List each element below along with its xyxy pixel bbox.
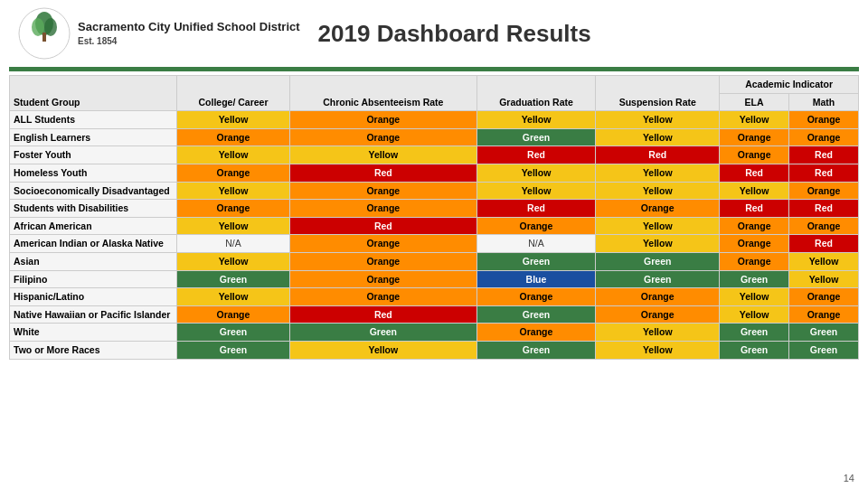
table-body: ALL StudentsYellowOrangeYellowYellowYell… [10, 111, 859, 359]
cell-graduation-rate: Orange [476, 288, 596, 306]
cell-suspension-rate: Yellow [596, 341, 720, 359]
cell-college-career: Yellow [177, 217, 290, 235]
cell-graduation-rate: Yellow [476, 164, 596, 182]
student-group-cell: Hispanic/Latino [10, 288, 177, 306]
cell-math: Orange [789, 217, 859, 235]
col-header-student-group: Student Group [10, 76, 177, 111]
cell-college-career: Orange [177, 200, 290, 218]
cell-math: Orange [789, 111, 859, 129]
student-group-cell: African American [10, 217, 177, 235]
cell-college-career: Yellow [177, 111, 290, 129]
cell-suspension-rate: Orange [596, 200, 720, 218]
col-header-ela: ELA [720, 93, 789, 111]
cell-graduation-rate: Green [476, 305, 596, 324]
dashboard-table: Student Group College/ Career Chronic Ab… [9, 75, 859, 360]
svg-point-2 [32, 18, 44, 36]
cell-suspension-rate: Yellow [596, 324, 720, 342]
cell-suspension-rate: Orange [596, 305, 720, 324]
cell-college-career: Green [177, 324, 290, 342]
cell-graduation-rate: Red [476, 146, 596, 164]
table-row: Native Hawaiian or Pacific IslanderOrang… [10, 305, 859, 324]
cell-college-career: Green [177, 270, 290, 288]
cell-suspension-rate: Orange [596, 288, 720, 306]
col-header-math: Math [789, 93, 859, 111]
cell-graduation-rate: Green [476, 128, 596, 146]
cell-suspension-rate: Green [596, 270, 720, 288]
cell-chronic-absenteeism: Orange [290, 288, 477, 306]
cell-math: Yellow [789, 270, 859, 288]
cell-college-career: Green [177, 341, 290, 359]
cell-chronic-absenteeism: Orange [290, 128, 477, 146]
table-row: FilipinoGreenOrangeBlueGreenGreenYellow [10, 270, 859, 288]
student-group-cell: Native Hawaiian or Pacific Islander [10, 305, 177, 324]
cell-math: Yellow [789, 252, 859, 270]
student-group-cell: Foster Youth [10, 146, 177, 164]
cell-chronic-absenteeism: Yellow [290, 341, 477, 359]
cell-chronic-absenteeism: Orange [290, 182, 477, 200]
cell-ela: Orange [720, 235, 789, 253]
cell-chronic-absenteeism: Orange [290, 270, 477, 288]
cell-chronic-absenteeism: Yellow [290, 146, 477, 164]
cell-chronic-absenteeism: Orange [290, 111, 477, 129]
cell-chronic-absenteeism: Green [290, 324, 477, 342]
cell-suspension-rate: Yellow [596, 164, 720, 182]
cell-chronic-absenteeism: Orange [290, 252, 477, 270]
cell-ela: Yellow [720, 288, 789, 306]
table-row: Homeless YouthOrangeRedYellowYellowRedRe… [10, 164, 859, 182]
cell-suspension-rate: Yellow [596, 128, 720, 146]
table-header-row: Student Group College/ Career Chronic Ab… [10, 76, 859, 94]
col-header-academic-indicator: Academic Indicator [720, 76, 859, 94]
table-row: ALL StudentsYellowOrangeYellowYellowYell… [10, 111, 859, 129]
cell-graduation-rate: Blue [476, 270, 596, 288]
cell-suspension-rate: Yellow [596, 182, 720, 200]
student-group-cell: English Learners [10, 128, 177, 146]
cell-math: Orange [789, 305, 859, 324]
school-logo-icon [18, 7, 71, 60]
cell-ela: Orange [720, 252, 789, 270]
col-header-college-career: College/ Career [177, 76, 290, 111]
table-row: American Indian or Alaska NativeN/AOrang… [10, 235, 859, 253]
table-row: English LearnersOrangeOrangeGreenYellowO… [10, 128, 859, 146]
page-header: Sacramento City Unified School District … [0, 0, 868, 67]
table-row: AsianYellowOrangeGreenGreenOrangeYellow [10, 252, 859, 270]
cell-suspension-rate: Yellow [596, 217, 720, 235]
student-group-cell: ALL Students [10, 111, 177, 129]
student-group-cell: Socioeconomically Disadvantaged [10, 182, 177, 200]
cell-chronic-absenteeism: Red [290, 164, 477, 182]
cell-math: Orange [789, 182, 859, 200]
col-header-suspension: Suspension Rate [596, 76, 720, 111]
cell-chronic-absenteeism: Red [290, 217, 477, 235]
cell-math: Green [789, 324, 859, 342]
cell-college-career: Orange [177, 128, 290, 146]
student-group-cell: White [10, 324, 177, 342]
cell-graduation-rate: Orange [476, 217, 596, 235]
table-row: Foster YouthYellowYellowRedRedOrangeRed [10, 146, 859, 164]
cell-graduation-rate: Orange [476, 324, 596, 342]
dashboard-table-container: Student Group College/ Career Chronic Ab… [0, 75, 868, 360]
cell-ela: Orange [720, 217, 789, 235]
page-title: 2019 Dashboard Results [318, 20, 591, 48]
table-row: African AmericanYellowRedOrangeYellowOra… [10, 217, 859, 235]
cell-ela: Red [720, 164, 789, 182]
col-header-graduation: Graduation Rate [476, 76, 596, 111]
cell-suspension-rate: Red [596, 146, 720, 164]
cell-graduation-rate: Green [476, 252, 596, 270]
student-group-cell: Students with Disabilities [10, 200, 177, 218]
cell-graduation-rate: Yellow [476, 182, 596, 200]
cell-ela: Orange [720, 128, 789, 146]
green-divider [9, 67, 859, 71]
student-group-cell: Filipino [10, 270, 177, 288]
cell-graduation-rate: Red [476, 200, 596, 218]
cell-ela: Green [720, 324, 789, 342]
table-row: Students with DisabilitiesOrangeOrangeRe… [10, 200, 859, 218]
cell-suspension-rate: Yellow [596, 111, 720, 129]
cell-math: Red [789, 200, 859, 218]
cell-college-career: Yellow [177, 182, 290, 200]
cell-graduation-rate: Green [476, 341, 596, 359]
table-row: Two or More RacesGreenYellowGreenYellowG… [10, 341, 859, 359]
svg-point-3 [44, 18, 57, 36]
cell-ela: Orange [720, 146, 789, 164]
cell-ela: Yellow [720, 305, 789, 324]
table-row: WhiteGreenGreenOrangeYellowGreenGreen [10, 324, 859, 342]
cell-math: Orange [789, 128, 859, 146]
